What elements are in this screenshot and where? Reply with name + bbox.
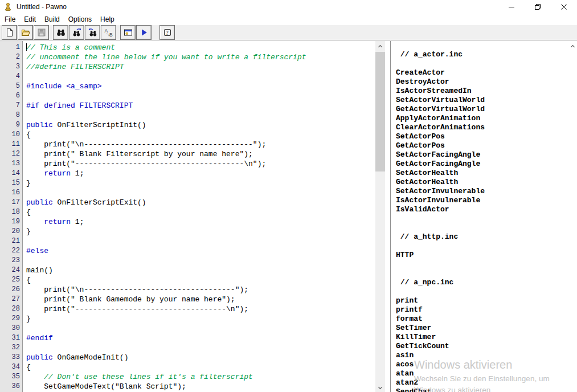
function-item[interactable]: SetActorVirtualWorld <box>396 96 577 105</box>
menu-item-options[interactable]: Options <box>64 14 96 25</box>
run-button[interactable] <box>136 25 152 40</box>
code-line: 24main() <box>0 266 375 275</box>
code-line: 7#if defined FILTERSCRIPT <box>0 101 375 111</box>
code-text[interactable] <box>23 236 26 246</box>
function-list: // a_actor.inc CreateActorDestroyActorIs… <box>391 41 577 392</box>
function-item[interactable]: asin <box>396 351 577 360</box>
code-text[interactable]: public OnFilterScriptInit() <box>23 120 146 130</box>
minimize-button[interactable] <box>498 0 525 13</box>
scroll-down-button[interactable] <box>375 382 385 392</box>
sidebar-scrollbar[interactable] <box>569 41 577 392</box>
editor-scrollbar[interactable] <box>375 41 385 392</box>
function-item[interactable]: KillTimer <box>396 333 577 342</box>
code-line: 21 <box>0 236 375 246</box>
help-button[interactable]: ? <box>159 25 175 40</box>
line-number: 16 <box>0 188 23 198</box>
function-item[interactable]: SetTimer <box>396 324 577 333</box>
function-item[interactable]: IsActorInvulnerable <box>396 196 577 205</box>
code-text[interactable]: print("\n-------------------------------… <box>23 140 266 149</box>
code-text[interactable]: #endif <box>23 333 53 343</box>
function-item[interactable]: CreateActor <box>396 68 577 77</box>
code-text[interactable]: return 1; <box>23 217 84 227</box>
function-item[interactable]: GetActorFacingAngle <box>396 160 577 169</box>
code-line: 36 SetGameModeText("Blank Script"); <box>0 382 375 391</box>
code-text[interactable]: } <box>23 178 31 188</box>
function-item[interactable]: SetActorFacingAngle <box>396 150 577 160</box>
find-button[interactable] <box>53 25 68 40</box>
code-text[interactable]: // uncomment the line below if you want … <box>23 52 306 62</box>
code-text[interactable]: print("\n-------------------------------… <box>23 285 248 295</box>
line-number: 36 <box>0 382 23 391</box>
function-item[interactable]: atan <box>396 369 577 378</box>
code-line: 29} <box>0 314 375 324</box>
function-item[interactable]: SetActorHealth <box>396 169 577 178</box>
restore-button[interactable] <box>525 0 551 13</box>
function-item[interactable]: SetActorInvulnerable <box>396 187 577 196</box>
function-item[interactable]: atan2 <box>396 378 577 387</box>
code-text[interactable] <box>23 324 26 333</box>
code-text[interactable]: public OnFilterScriptExit() <box>23 198 146 207</box>
find-previous-button[interactable] <box>85 25 100 40</box>
function-item[interactable]: DestroyActor <box>396 77 577 87</box>
scroll-up-button[interactable] <box>375 41 385 51</box>
code-text[interactable]: print("---------------------------------… <box>23 159 266 169</box>
menu-item-build[interactable]: Build <box>40 14 64 25</box>
function-item[interactable]: acos <box>396 360 577 369</box>
code-text[interactable] <box>23 72 26 81</box>
close-icon <box>561 4 567 10</box>
code-text[interactable]: main() <box>23 266 53 275</box>
code-text[interactable]: #if defined FILTERSCRIPT <box>23 101 133 111</box>
code-text[interactable]: return 1; <box>23 169 84 178</box>
function-item[interactable]: printf <box>396 305 577 315</box>
code-text[interactable]: } <box>23 314 31 324</box>
code-text[interactable] <box>23 256 26 266</box>
code-text[interactable] <box>23 91 26 101</box>
code-line: 33public OnGameModeInit() <box>0 353 375 362</box>
open-file-button[interactable] <box>18 25 33 40</box>
function-item[interactable]: GetActorVirtualWorld <box>396 105 577 114</box>
function-item[interactable]: GetActorPos <box>396 141 577 150</box>
function-item[interactable]: IsActorStreamedIn <box>396 87 577 96</box>
code-text[interactable]: { <box>23 362 31 372</box>
code-text[interactable]: print("---------------------------------… <box>23 304 248 314</box>
menu-item-file[interactable]: File <box>1 14 19 25</box>
code-text[interactable]: print(" Blank Filterscript by your name … <box>23 149 253 159</box>
code-text[interactable]: #else <box>23 246 48 256</box>
function-item[interactable]: GetTickCount <box>396 342 577 351</box>
code-editor[interactable]: 1// This is a comment2// uncomment the l… <box>0 41 375 392</box>
function-item[interactable]: GetActorHealth <box>396 178 577 187</box>
code-text[interactable]: { <box>23 130 31 140</box>
code-text[interactable]: { <box>23 207 31 217</box>
compile-options-button[interactable] <box>120 25 136 40</box>
editor-scrollbar-thumb[interactable] <box>375 52 385 172</box>
code-text[interactable] <box>23 188 26 198</box>
code-text[interactable]: // This is a comment <box>23 43 115 52</box>
function-item[interactable]: HTTP <box>396 251 577 260</box>
function-item[interactable]: SetActorPos <box>396 132 577 141</box>
code-text[interactable] <box>23 343 26 353</box>
code-text[interactable]: #include <a_samp> <box>23 81 102 91</box>
menu-item-edit[interactable]: Edit <box>20 14 40 25</box>
new-file-button[interactable] <box>2 25 17 40</box>
code-text[interactable] <box>23 111 26 120</box>
close-button[interactable] <box>551 0 577 13</box>
find-next-button[interactable] <box>69 25 84 40</box>
function-item[interactable]: SendChat <box>396 387 577 392</box>
code-text[interactable]: public OnGameModeInit() <box>23 353 128 362</box>
code-text[interactable]: //#define FILTERSCRIPT <box>23 62 124 72</box>
code-text[interactable]: // Don't use these lines if it's a filte… <box>23 372 253 382</box>
function-item[interactable]: ClearActorAnimations <box>396 123 577 132</box>
function-item[interactable]: print <box>396 296 577 305</box>
code-text[interactable]: { <box>23 275 31 285</box>
sidebar-scroll-up-button[interactable] <box>569 42 576 50</box>
code-text[interactable]: } <box>23 227 31 236</box>
code-text[interactable]: print(" Blank Gamemode by your name here… <box>23 295 235 304</box>
blank-line <box>396 214 577 223</box>
code-text[interactable]: SetGameModeText("Blank Script"); <box>23 382 186 391</box>
replace-button[interactable]: AB <box>101 25 116 40</box>
function-item[interactable]: ApplyActorAnimation <box>396 114 577 123</box>
function-item[interactable]: IsValidActor <box>396 205 577 214</box>
include-header: // a_http.inc <box>396 232 577 242</box>
function-item[interactable]: format <box>396 315 577 324</box>
menu-item-help[interactable]: Help <box>96 14 118 25</box>
